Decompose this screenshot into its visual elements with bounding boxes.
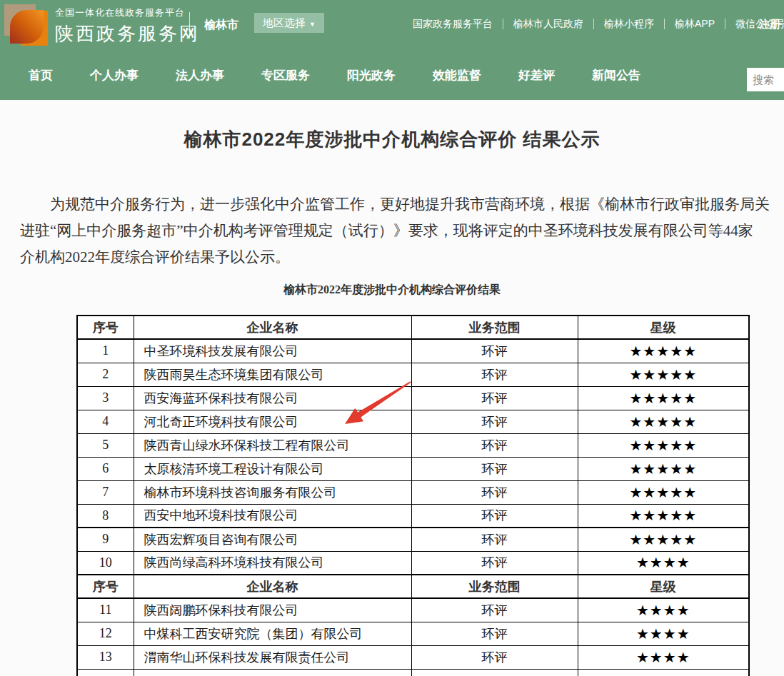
main-navbar: 首页个人办事法人办事专区服务阳光政务效能监督好差评新闻公告 搜索 bbox=[0, 50, 784, 100]
paragraph-line: 为规范中介服务行为，进一步强化中介监管工作，更好地提升我市营商环境，根据《榆林市… bbox=[20, 191, 784, 218]
table-row: 12中煤科工西安研究院（集团）有限公司环评★★★★ bbox=[77, 622, 749, 645]
top-link-2[interactable]: 榆林小程序 bbox=[594, 19, 665, 29]
nav-item-6[interactable]: 好差评 bbox=[518, 67, 555, 84]
nav-item-4[interactable]: 阳光政务 bbox=[347, 67, 396, 84]
cell-index: 10 bbox=[77, 551, 134, 575]
cell-star-rating: ★★★★★ bbox=[578, 504, 749, 528]
cell-index: 8 bbox=[77, 504, 134, 528]
nav-item-1[interactable]: 个人办事 bbox=[90, 67, 139, 84]
cell-empty bbox=[411, 669, 578, 676]
cell-index: 7 bbox=[77, 480, 134, 504]
cell-star-rating: ★★★★ bbox=[578, 622, 749, 645]
cell-star-rating: ★★★★ bbox=[578, 551, 749, 575]
site-logo-icon bbox=[4, 1, 50, 47]
table-row: 5陕西青山绿水环保科技工程有限公司环评★★★★★ bbox=[77, 433, 749, 457]
top-banner: 全国一体化在线政务服务平台 陕西政务服务网 榆林市 地区选择▼ 国家政务服务平台… bbox=[0, 0, 784, 50]
cell-company-name: 河北奇正环境科技有限公司 bbox=[134, 410, 411, 433]
table-row: 10陕西尚绿高科环境科技有限公司环评★★★★ bbox=[77, 551, 749, 575]
nav-item-0[interactable]: 首页 bbox=[29, 67, 53, 84]
nav-item-3[interactable]: 专区服务 bbox=[261, 67, 310, 84]
cell-company-name: 西安中地环境科技有限公司 bbox=[134, 504, 411, 528]
cell-company-name: 中煤科工西安研究院（集团）有限公司 bbox=[134, 622, 411, 645]
table-row: 4河北奇正环境科技有限公司环评★★★★★ bbox=[77, 410, 749, 433]
nav-item-7[interactable]: 新闻公告 bbox=[592, 67, 640, 84]
platform-tagline: 全国一体化在线政务服务平台 bbox=[55, 6, 200, 19]
cell-company-name: 陕西宏辉项目咨询有限公司 bbox=[134, 528, 411, 551]
table-row: 8西安中地环境科技有限公司环评★★★★★ bbox=[77, 504, 749, 528]
column-header: 业务范围 bbox=[411, 575, 578, 598]
cell-company-name: 陕西阔鹏环保科技有限公司 bbox=[134, 598, 411, 622]
cell-company-name: 陕西尚绿高科环境科技有限公司 bbox=[134, 551, 411, 575]
cell-star-rating: ★★★★★ bbox=[578, 457, 749, 480]
cell-star-rating: ★★★★★ bbox=[578, 528, 749, 551]
cell-business-scope: 环评 bbox=[411, 598, 578, 622]
cell-star-rating: ★★★★ bbox=[578, 645, 749, 669]
cell-star-rating: ★★★★★ bbox=[578, 410, 749, 433]
cell-business-scope: 环评 bbox=[411, 645, 578, 669]
cell-company-name: 太原核清环境工程设计有限公司 bbox=[134, 457, 411, 480]
cell-business-scope: 环评 bbox=[411, 528, 578, 551]
table-row: 6太原核清环境工程设计有限公司环评★★★★★ bbox=[77, 457, 749, 480]
cell-index: 2 bbox=[77, 363, 134, 386]
cell-index: 13 bbox=[77, 645, 134, 669]
cell-business-scope: 环评 bbox=[411, 480, 578, 504]
header-divider bbox=[189, 12, 190, 39]
page-title: 榆林市2022年度涉批中介机构综合评价 结果公示 bbox=[0, 100, 784, 152]
table-header-row: 序号企业名称业务范围星级 bbox=[77, 575, 749, 598]
column-header: 星级 bbox=[578, 575, 749, 598]
current-city: 榆林市 bbox=[204, 18, 238, 33]
site-name: 陕西政务服务网 bbox=[55, 21, 200, 46]
top-link-0[interactable]: 国家政务服务平台 bbox=[413, 19, 503, 29]
cell-company-name: 榆林市环境科技咨询服务有限公司 bbox=[134, 480, 411, 504]
cell-business-scope: 环评 bbox=[411, 386, 578, 410]
top-link-3[interactable]: 榆林APP bbox=[665, 19, 725, 29]
top-links: 国家政务服务平台榆林市人民政府榆林小程序榆林APP微信公众号 bbox=[413, 19, 784, 29]
brand-block: 全国一体化在线政务服务平台 陕西政务服务网 bbox=[55, 6, 200, 46]
table-header-row: 序号企业名称业务范围星级 bbox=[77, 316, 749, 339]
table-body: 序号企业名称业务范围星级1中圣环境科技发展有限公司环评★★★★★2陕西雨昊生态环… bbox=[77, 316, 749, 676]
cell-business-scope: 环评 bbox=[411, 410, 578, 433]
table-row: 3西安海蓝环保科技有限公司环评★★★★★ bbox=[77, 386, 749, 410]
cell-star-rating: ★★★★★ bbox=[578, 433, 749, 457]
cell-business-scope: 环评 bbox=[411, 622, 578, 645]
cell-star-rating: ★★★★★ bbox=[578, 339, 749, 363]
top-link-1[interactable]: 榆林市人民政府 bbox=[503, 19, 594, 29]
cell-index: 3 bbox=[77, 386, 134, 410]
cell-company-name: 西安海蓝环保科技有限公司 bbox=[134, 386, 411, 410]
cell-empty bbox=[578, 669, 749, 676]
nav-item-2[interactable]: 法人办事 bbox=[176, 67, 224, 84]
search-input[interactable]: 搜索 bbox=[747, 68, 784, 91]
cell-index: 6 bbox=[77, 457, 134, 480]
cell-index: 1 bbox=[77, 339, 134, 363]
paragraph-line: 进驻“网上中介服务超市”中介机构考评管理规定（试行）》要求，现将评定的中圣环境科… bbox=[20, 218, 784, 244]
column-header: 序号 bbox=[77, 575, 134, 598]
cell-index: 4 bbox=[77, 410, 134, 433]
nav-menu: 首页个人办事法人办事专区服务阳光政务效能监督好差评新闻公告 bbox=[0, 50, 784, 100]
cell-index: 9 bbox=[77, 528, 134, 551]
table-row: 1中圣环境科技发展有限公司环评★★★★★ bbox=[77, 339, 749, 363]
cell-business-scope: 环评 bbox=[411, 551, 578, 575]
table-row: 9陕西宏辉项目咨询有限公司环评★★★★★ bbox=[77, 528, 749, 551]
column-header: 序号 bbox=[77, 316, 134, 339]
cell-index: 11 bbox=[77, 598, 134, 622]
table-row: 2陕西雨昊生态环境集团有限公司环评★★★★★ bbox=[77, 363, 749, 386]
announcement-paragraph: 为规范中介服务行为，进一步强化中介监管工作，更好地提升我市营商环境，根据《榆林市… bbox=[0, 191, 784, 271]
register-link[interactable]: 注册 bbox=[759, 18, 780, 31]
cell-star-rating: ★★★★★ bbox=[578, 386, 749, 410]
table-row: 11陕西阔鹏环保科技有限公司环评★★★★ bbox=[77, 598, 749, 622]
table-row: 13渭南华山环保科技发展有限责任公司环评★★★★ bbox=[77, 645, 749, 669]
cell-business-scope: 环评 bbox=[411, 339, 578, 363]
nav-item-5[interactable]: 效能监督 bbox=[433, 67, 481, 84]
evaluation-results-table: 序号企业名称业务范围星级1中圣环境科技发展有限公司环评★★★★★2陕西雨昊生态环… bbox=[76, 315, 750, 676]
chevron-down-icon: ▼ bbox=[309, 21, 316, 28]
column-header: 企业名称 bbox=[134, 575, 411, 598]
table-row: 7榆林市环境科技咨询服务有限公司环评★★★★★ bbox=[77, 480, 749, 504]
table-caption: 榆林市2022年度涉批中介机构综合评价结果 bbox=[0, 282, 784, 298]
cell-company-name: 陕西青山绿水环保科技工程有限公司 bbox=[134, 433, 411, 457]
cell-empty bbox=[134, 669, 411, 676]
cell-business-scope: 环评 bbox=[411, 504, 578, 528]
region-selector-button[interactable]: 地区选择▼ bbox=[254, 13, 324, 33]
column-header: 业务范围 bbox=[411, 316, 578, 339]
cell-star-rating: ★★★★★ bbox=[578, 480, 749, 504]
cell-index: 5 bbox=[77, 433, 134, 457]
